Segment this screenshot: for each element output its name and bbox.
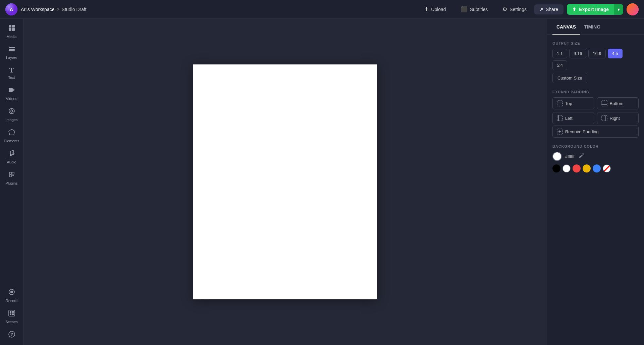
- svg-rect-27: [10, 311, 11, 313]
- upload-label: Upload: [431, 7, 446, 12]
- panel-content: OUTPUT SIZE 1:1 9:16 16:9 4:5 5:4 Custom…: [547, 35, 644, 179]
- svg-text:A: A: [10, 7, 13, 12]
- share-label: Share: [546, 7, 558, 12]
- padding-right-button[interactable]: Right: [597, 112, 639, 124]
- sidebar-item-scenes[interactable]: Scenes: [2, 307, 22, 327]
- color-preset-transparent[interactable]: [603, 164, 611, 172]
- color-preset-black[interactable]: [552, 164, 560, 172]
- sidebar-item-label: Elements: [4, 139, 19, 143]
- custom-size-button[interactable]: Custom Size: [552, 73, 587, 83]
- upload-icon: ⬆: [424, 6, 429, 12]
- size-buttons: 1:1 9:16 16:9 4:5 5:4: [552, 49, 639, 70]
- svg-rect-44: [579, 157, 580, 158]
- workspace-avatar[interactable]: A: [5, 3, 17, 15]
- svg-rect-29: [10, 313, 11, 315]
- svg-line-21: [11, 150, 13, 151]
- padding-left-label: Left: [565, 116, 573, 121]
- tab-canvas[interactable]: CANVAS: [552, 19, 580, 35]
- svg-rect-33: [557, 101, 562, 106]
- canvas-document: [193, 64, 377, 299]
- sidebar-item-label: Text: [8, 76, 15, 80]
- text-icon: T: [9, 66, 14, 74]
- svg-rect-10: [9, 88, 13, 92]
- color-preset-red[interactable]: [573, 164, 581, 172]
- bg-color-value: #ffffff: [565, 154, 575, 159]
- remove-padding-icon: [557, 129, 563, 135]
- padding-bottom-button[interactable]: Bottom: [597, 97, 639, 109]
- settings-icon: ⚙: [502, 6, 507, 12]
- svg-rect-6: [12, 28, 15, 31]
- panel-tabs: CANVAS TIMING: [547, 19, 644, 35]
- canvas-area[interactable]: [23, 19, 547, 345]
- svg-rect-4: [12, 25, 15, 28]
- images-icon: [8, 107, 15, 116]
- color-preset-white[interactable]: [562, 164, 571, 172]
- size-btn-16-9[interactable]: 16:9: [588, 49, 605, 58]
- svg-rect-8: [9, 49, 15, 50]
- sidebar-item-help[interactable]: ?: [2, 328, 22, 342]
- bg-color-swatch[interactable]: [552, 152, 562, 161]
- share-button[interactable]: ↗ Share: [534, 4, 564, 14]
- main-content: Media Layers T Text Videos: [0, 19, 644, 345]
- sidebar-item-label: Media: [7, 35, 17, 39]
- share-icon: ↗: [539, 7, 543, 12]
- user-avatar[interactable]: [627, 3, 639, 15]
- export-main-button[interactable]: ⬆ Export Image: [567, 4, 614, 15]
- svg-rect-35: [602, 101, 607, 106]
- svg-rect-30: [12, 313, 14, 315]
- upload-button[interactable]: ⬆ Upload: [421, 4, 449, 14]
- padding-right-label: Right: [610, 116, 620, 121]
- sidebar-item-label: Record: [6, 299, 17, 303]
- size-btn-9-16[interactable]: 9:16: [569, 49, 586, 58]
- eyedropper-button[interactable]: [578, 152, 585, 160]
- scenes-icon: [8, 309, 15, 318]
- subtitles-button[interactable]: ⬛ Subtitles: [458, 4, 491, 14]
- svg-rect-26: [9, 310, 15, 316]
- sidebar-item-videos[interactable]: Videos: [2, 84, 22, 103]
- padding-top-button[interactable]: Top: [552, 97, 594, 109]
- sidebar-item-elements[interactable]: Elements: [2, 126, 22, 146]
- audio-icon: [8, 150, 15, 159]
- size-btn-4-5[interactable]: 4:5: [608, 49, 623, 58]
- svg-rect-9: [9, 50, 15, 51]
- sidebar-item-plugins[interactable]: Plugins: [2, 168, 22, 188]
- bg-color-row: #ffffff: [552, 152, 639, 161]
- sidebar-item-record[interactable]: Record: [2, 286, 22, 305]
- color-preset-blue[interactable]: [593, 164, 601, 172]
- settings-button[interactable]: ⚙ Settings: [499, 4, 530, 14]
- padding-bottom-label: Bottom: [610, 101, 624, 106]
- layers-icon: [8, 45, 15, 54]
- workspace-name[interactable]: Ari's Workspace: [21, 7, 54, 12]
- sidebar: Media Layers T Text Videos: [0, 19, 23, 345]
- sidebar-item-images[interactable]: Images: [2, 105, 22, 125]
- padding-bottom-icon: [601, 100, 607, 106]
- sidebar-item-audio[interactable]: Audio: [2, 147, 22, 167]
- sidebar-item-text[interactable]: T Text: [2, 64, 22, 82]
- export-chevron-button[interactable]: ▾: [614, 4, 623, 15]
- svg-text:?: ?: [10, 332, 13, 337]
- remove-padding-label: Remove Padding: [565, 129, 599, 134]
- elements-icon: [8, 129, 15, 138]
- size-btn-1-1[interactable]: 1:1: [552, 49, 567, 58]
- color-preset-yellow[interactable]: [583, 164, 591, 172]
- app-header: A Ari's Workspace > Studio Draft ⬆ Uploa…: [0, 0, 644, 19]
- padding-right-icon: [601, 115, 607, 121]
- svg-marker-11: [13, 89, 15, 91]
- padding-grid: Top Bottom Left: [552, 97, 639, 124]
- sidebar-item-label: Audio: [7, 160, 16, 164]
- svg-rect-5: [9, 28, 11, 31]
- tab-timing[interactable]: TIMING: [580, 19, 604, 35]
- export-button-group: ⬆ Export Image ▾: [567, 4, 623, 15]
- svg-rect-28: [12, 311, 14, 313]
- page-name[interactable]: Studio Draft: [62, 7, 87, 12]
- output-size-section: OUTPUT SIZE 1:1 9:16 16:9 4:5 5:4 Custom…: [552, 41, 639, 83]
- sidebar-item-media[interactable]: Media: [2, 21, 22, 41]
- settings-label: Settings: [509, 7, 527, 12]
- remove-padding-button[interactable]: Remove Padding: [552, 126, 639, 138]
- size-btn-5-4[interactable]: 5:4: [552, 60, 567, 70]
- export-icon: ⬆: [572, 7, 576, 12]
- subtitles-label: Subtitles: [470, 7, 488, 12]
- padding-left-button[interactable]: Left: [552, 112, 594, 124]
- sidebar-item-layers[interactable]: Layers: [2, 43, 22, 62]
- svg-point-13: [11, 110, 13, 112]
